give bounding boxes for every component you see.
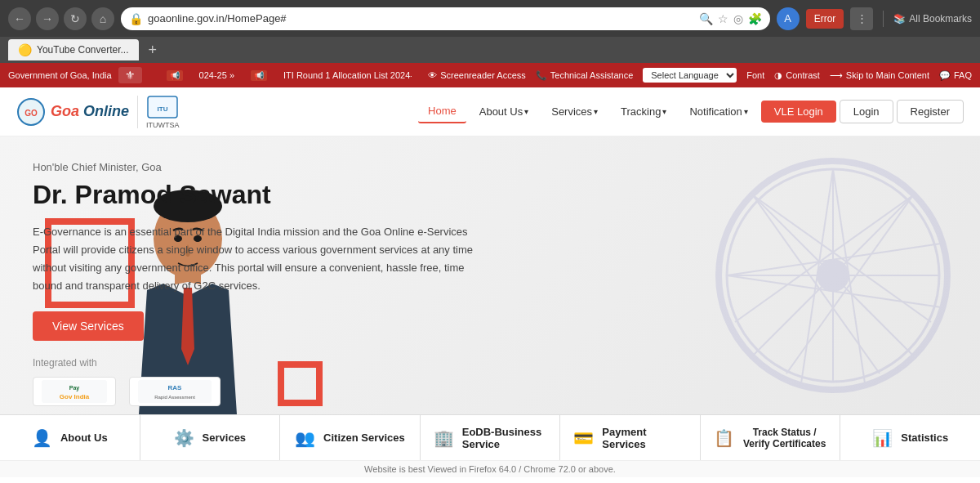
svg-text:Rapid Assessment: Rapid Assessment [154, 395, 195, 400]
bottom-nav-services[interactable]: ⚙️ Services [140, 415, 281, 460]
bottom-nav-payment[interactable]: 💳 Payment Services [560, 415, 701, 460]
nav-services[interactable]: Services ▾ [541, 101, 608, 123]
new-tab-button[interactable]: + [142, 42, 164, 59]
nav-services-label: Services [551, 105, 592, 118]
ras-logo: RAS Rapid Assessment [129, 377, 220, 406]
bookmark-icon[interactable]: ☆ [718, 12, 728, 25]
bookmarks-button[interactable]: 📚 All Bookmarks [893, 13, 972, 25]
screenreader-label: Screenreader Access [440, 70, 526, 80]
technical-link[interactable]: 📞 Technical Assistance [536, 70, 634, 81]
citizen-services-label: Citizen Services [323, 432, 405, 444]
contrast-label: Contrast [786, 70, 820, 80]
payment-label: Payment Services [602, 426, 687, 450]
view-services-button[interactable]: View Services [33, 311, 144, 341]
profile-button[interactable]: A [777, 7, 800, 30]
skip-link[interactable]: ⟶ Skip to Main Content [830, 70, 929, 81]
nav-home[interactable]: Home [418, 100, 466, 123]
ticker-icon-1: 📢 [167, 70, 183, 81]
browser-chrome: ← → ↻ ⌂ 🔒 goaonline.gov.in/HomePage# 🔍 ☆… [0, 0, 980, 37]
logo-divider [137, 96, 138, 128]
login-button[interactable]: Login [840, 100, 893, 123]
ticker-item-2: ITI Round 1 Allocation List 2024-25 » [283, 70, 412, 80]
emblem-area: ⚜ [118, 67, 142, 83]
back-button[interactable]: ← [8, 7, 31, 30]
hero-section: Hon'ble Chief Minister, Goa Dr. Pramod S… [0, 136, 980, 414]
services-icon: ⚙️ [174, 428, 194, 448]
nav-tracking[interactable]: Tracking ▾ [611, 101, 676, 123]
bottom-nav-citizen-services[interactable]: 👥 Citizen Services [280, 415, 421, 460]
nav-notification[interactable]: Notification ▾ [679, 101, 757, 123]
address-bar[interactable]: 🔒 goaonline.gov.in/HomePage# 🔍 ☆ ◎ 🧩 [121, 7, 770, 30]
logo-area: GO Goa Online ITU ITUWTSA [16, 95, 180, 129]
contrast-link[interactable]: ◑ Contrast [774, 70, 820, 81]
nav-links: Home About Us ▾ Services ▾ Tracking ▾ No… [418, 100, 964, 123]
font-label: Font [746, 70, 764, 80]
statistics-label: Statistics [901, 432, 948, 444]
screenreader-icon: 👁 [428, 70, 437, 80]
secure-icon: 🔒 [129, 12, 143, 25]
search-icon[interactable]: 🔍 [699, 12, 713, 25]
lens-icon[interactable]: ◎ [733, 12, 743, 25]
refresh-button[interactable]: ↻ [64, 7, 87, 30]
active-tab[interactable]: 🟡 YouTube Converter... [8, 39, 139, 60]
tab-bar: 🟡 YouTube Converter... + [0, 37, 980, 63]
bottom-nav-statistics[interactable]: 📊 Statistics [840, 415, 980, 460]
goa-online-logo[interactable]: GO Goa Online [16, 97, 129, 127]
govt-label: Government of Goa, India [8, 70, 112, 80]
track-status-label: Track Status / Verify Certificates [742, 427, 827, 449]
emblem-icon: ⚜ [125, 69, 136, 82]
ticker-bar: 📢 024-25 » 📢 ITI Round 1 Allocation List… [158, 70, 412, 81]
partner-logos: Pay Gov India RAS Rapid Assessment [33, 377, 947, 406]
contrast-icon: ◑ [774, 70, 782, 81]
svg-text:Pay: Pay [69, 385, 80, 391]
error-button[interactable]: Error [806, 9, 844, 29]
bottom-nav-about-us[interactable]: 👤 About Us [0, 415, 140, 460]
home-button[interactable]: ⌂ [91, 7, 114, 30]
faq-link[interactable]: 💬 FAQ [939, 70, 972, 81]
ticker-item-1: 024-25 » [199, 70, 234, 80]
font-link[interactable]: Font [746, 70, 764, 80]
hero-title: Dr. Pramod Sawant [33, 180, 947, 210]
integrated-label: Integrated with [33, 357, 947, 369]
bookmarks-label: All Bookmarks [909, 13, 972, 25]
register-button[interactable]: Register [897, 100, 964, 123]
paygov-icon: Pay Gov India [42, 380, 107, 403]
top-info-bar: Government of Goa, India ⚜ 📢 024-25 » 📢 … [0, 63, 980, 87]
screenreader-link[interactable]: 👁 Screenreader Access [428, 70, 526, 80]
nav-about[interactable]: About Us ▾ [470, 101, 538, 123]
tab-favicon: 🟡 [18, 43, 32, 56]
browser-right-controls: A Error ⋮ 📚 All Bookmarks [777, 7, 972, 30]
notification-chevron-icon: ▾ [744, 107, 748, 116]
skip-icon: ⟶ [830, 70, 843, 81]
nav-about-label: About Us [479, 105, 523, 118]
hero-subtitle: Hon'ble Chief Minister, Goa [33, 161, 947, 173]
eodb-label: EoDB-Business Service [462, 426, 547, 450]
payment-icon: 💳 [573, 428, 594, 448]
logo-icon: GO [16, 97, 46, 127]
address-bar-icons: 🔍 ☆ ◎ 🧩 [699, 12, 762, 25]
extension-icon[interactable]: 🧩 [748, 12, 762, 25]
bottom-nav-bar: 👤 About Us ⚙️ Services 👥 Citizen Service… [0, 414, 980, 460]
bottom-nav-track-status[interactable]: 📋 Track Status / Verify Certificates [701, 415, 841, 460]
footer-note: Website is best Viewed in Firefox 64.0 /… [0, 460, 980, 477]
svg-text:RAS: RAS [168, 384, 183, 391]
ticker-content: 📢 024-25 » 📢 ITI Round 1 Allocation List… [158, 70, 412, 81]
language-selector[interactable]: Select Language English हिंदी [643, 68, 737, 83]
about-us-label: About Us [60, 432, 108, 444]
browser-nav-buttons: ← → ↻ ⌂ [8, 7, 114, 30]
forward-button[interactable]: → [36, 7, 59, 30]
faq-label: FAQ [954, 70, 972, 80]
ituwtsa-logo: ITU ITUWTSA [146, 95, 180, 129]
eodb-icon: 🏢 [434, 428, 454, 448]
svg-text:Gov India: Gov India [60, 393, 90, 400]
ituwtsa-label: ITUWTSA [146, 121, 180, 129]
nav-tracking-label: Tracking [621, 105, 661, 118]
logo-text: Goa Online [51, 103, 129, 120]
faq-icon: 💬 [939, 70, 951, 81]
svg-text:GO: GO [24, 109, 38, 118]
menu-button[interactable]: ⋮ [850, 7, 873, 30]
bottom-nav-eodb[interactable]: 🏢 EoDB-Business Service [421, 415, 561, 460]
vle-login-button[interactable]: VLE Login [761, 101, 836, 123]
hero-description: E-Governance is an essential part of the… [33, 223, 474, 295]
svg-text:ITU: ITU [158, 105, 168, 113]
